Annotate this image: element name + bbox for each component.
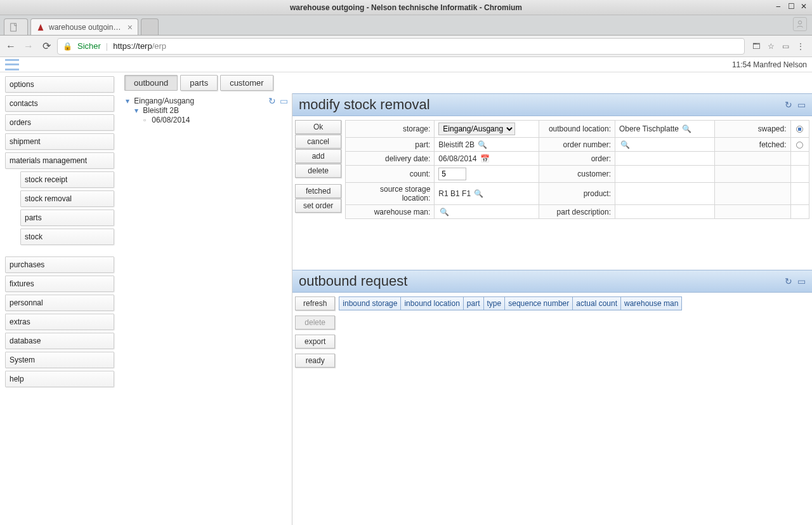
fetched-radio[interactable] <box>796 142 803 149</box>
window-title: warehouse outgoing - Nelson technische I… <box>290 3 522 12</box>
search-icon[interactable]: 🔍 <box>620 140 630 149</box>
sidebar-item-fixtures[interactable]: fixtures <box>5 276 114 292</box>
tab-label: warehouse outgoing - Ne <box>49 23 124 32</box>
ready-button[interactable]: ready <box>295 354 335 368</box>
sidebar-item-parts[interactable]: parts <box>20 209 114 226</box>
reader-mode-icon[interactable]: ▭ <box>782 42 789 51</box>
outbound-table-header: inbound storage inbound location part ty… <box>339 296 682 310</box>
session-info: 11:54 Manfred Nelson <box>732 60 807 69</box>
nav-back-button[interactable]: ← <box>4 39 18 53</box>
tab-parts[interactable]: parts <box>180 75 218 91</box>
url-path: /erp <box>152 41 166 51</box>
cancel-button[interactable]: cancel <box>295 135 341 149</box>
ok-button[interactable]: Ok <box>295 120 341 134</box>
new-tab-button[interactable] <box>141 18 159 35</box>
browser-tab-active[interactable]: warehouse outgoing - Ne × <box>30 18 138 35</box>
sidebar-item-extras[interactable]: extras <box>5 314 114 330</box>
tab-outbound[interactable]: outbound <box>124 75 178 91</box>
label-customer: customer: <box>539 166 615 183</box>
sidebar-item-materials-management[interactable]: materials management <box>5 152 114 169</box>
count-input[interactable] <box>438 168 466 180</box>
lock-icon: 🔒 <box>63 42 72 51</box>
add-button[interactable]: add <box>295 149 341 163</box>
security-label: Sicher <box>77 41 101 51</box>
menu-toggle-icon[interactable] <box>5 59 19 70</box>
search-icon[interactable]: 🔍 <box>440 208 449 216</box>
tab-close-icon[interactable]: × <box>128 22 133 32</box>
panel-refresh-icon[interactable]: ↻ <box>785 100 792 110</box>
session-user: Manfred Nelson <box>753 60 807 69</box>
refresh-button[interactable]: refresh <box>295 296 335 310</box>
label-storage: storage: <box>346 121 435 138</box>
label-outbound-location: outbound location: <box>539 121 615 138</box>
sidebar-item-database[interactable]: database <box>5 333 114 349</box>
sidebar-item-stock-removal[interactable]: stock removal <box>20 190 114 207</box>
tree-refresh-icon[interactable]: ↻ <box>268 96 276 106</box>
search-icon[interactable]: 🔍 <box>474 189 483 198</box>
tree-panel-icon[interactable]: ▭ <box>280 96 288 106</box>
swaped-radio[interactable] <box>796 126 803 133</box>
sidebar-item-options[interactable]: options <box>5 76 114 93</box>
translate-icon[interactable]: 🗔 <box>752 42 760 51</box>
maximize-icon[interactable]: ☐ <box>787 2 796 11</box>
sidebar-item-shipment[interactable]: shipment <box>5 133 114 150</box>
label-swaped: swaped: <box>714 121 790 138</box>
bookmark-star-icon[interactable]: ☆ <box>768 42 775 51</box>
sidebar-item-system[interactable]: System <box>5 352 114 368</box>
tree-node-date[interactable]: 06/08/2014 <box>152 116 190 124</box>
close-icon[interactable]: ✕ <box>799 2 808 11</box>
sidebar-item-stock-receipt[interactable]: stock receipt <box>20 171 114 188</box>
sidebar-item-stock[interactable]: stock <box>20 229 114 245</box>
col-inbound-location[interactable]: inbound location <box>401 297 463 310</box>
profile-avatar-icon[interactable] <box>793 17 807 31</box>
col-inbound-storage[interactable]: inbound storage <box>339 297 401 310</box>
tree-node-root[interactable]: Eingang/Ausgang <box>134 96 194 105</box>
sidebar-item-help[interactable]: help <box>5 371 114 387</box>
app-favicon <box>36 23 45 32</box>
label-count: count: <box>346 166 435 183</box>
minimize-icon[interactable]: ‒ <box>774 2 783 11</box>
sidebar: options contacts orders shipment materia… <box>0 72 121 525</box>
col-actual-count[interactable]: actual count <box>573 297 621 310</box>
delete-button[interactable]: delete <box>295 316 335 329</box>
form-grid: storage: Eingang/Ausgang outbound locati… <box>345 120 809 219</box>
nav-reload-button[interactable]: ⟳ <box>39 39 53 53</box>
delete-button[interactable]: delete <box>295 164 341 178</box>
fetched-button[interactable]: fetched <box>295 184 341 198</box>
sidebar-item-orders[interactable]: orders <box>5 114 114 131</box>
label-warehouse-man: warehouse man: <box>346 205 435 219</box>
set-order-button[interactable]: set order <box>295 199 341 213</box>
value-source-storage: R1 B1 F1 <box>438 189 471 198</box>
tab-customer[interactable]: customer <box>220 75 273 91</box>
os-titlebar: warehouse outgoing - Nelson technische I… <box>0 0 812 15</box>
export-button[interactable]: export <box>295 335 335 349</box>
calendar-icon[interactable]: 📅 <box>480 154 490 163</box>
col-part[interactable]: part <box>464 297 484 310</box>
sidebar-item-contacts[interactable]: contacts <box>5 95 114 112</box>
address-bar[interactable]: 🔒 Sicher | https://terp/erp <box>57 38 745 55</box>
label-delivery-date: delivery date: <box>346 152 435 166</box>
page-icon <box>10 23 18 32</box>
browser-toolbar: ← → ⟳ 🔒 Sicher | https://terp/erp 🗔 ☆ ▭ … <box>0 36 812 57</box>
panel-header-outbound-request: outbound request ↻ ▭ <box>292 270 812 293</box>
sidebar-item-purchases[interactable]: purchases <box>5 256 114 273</box>
search-icon[interactable]: 🔍 <box>478 140 487 149</box>
panel-refresh-icon[interactable]: ↻ <box>785 276 792 286</box>
panel-collapse-icon[interactable]: ▭ <box>797 276 806 286</box>
app-top-bar: 11:54 Manfred Nelson <box>0 57 812 72</box>
col-type[interactable]: type <box>484 297 506 310</box>
col-warehouse-man[interactable]: warehouse man <box>621 297 681 310</box>
sidebar-item-personnal[interactable]: personnal <box>5 295 114 311</box>
tree-caret-icon[interactable]: ▾ <box>126 96 132 105</box>
panel-collapse-icon[interactable]: ▭ <box>797 100 806 110</box>
storage-select[interactable]: Eingang/Ausgang <box>438 123 515 135</box>
value-delivery-date: 06/08/2014 <box>438 154 476 163</box>
tree-caret-icon[interactable]: ▾ <box>134 106 141 115</box>
col-sequence-number[interactable]: sequence number <box>505 297 573 310</box>
nav-forward-button[interactable]: → <box>22 39 36 53</box>
value-part: Bleistift 2B <box>438 140 475 149</box>
tree-node-part[interactable]: Bleistift 2B <box>143 106 179 115</box>
browser-tab-blank[interactable] <box>4 18 28 35</box>
chrome-menu-icon[interactable]: ⋮ <box>797 42 804 51</box>
search-icon[interactable]: 🔍 <box>682 124 691 133</box>
